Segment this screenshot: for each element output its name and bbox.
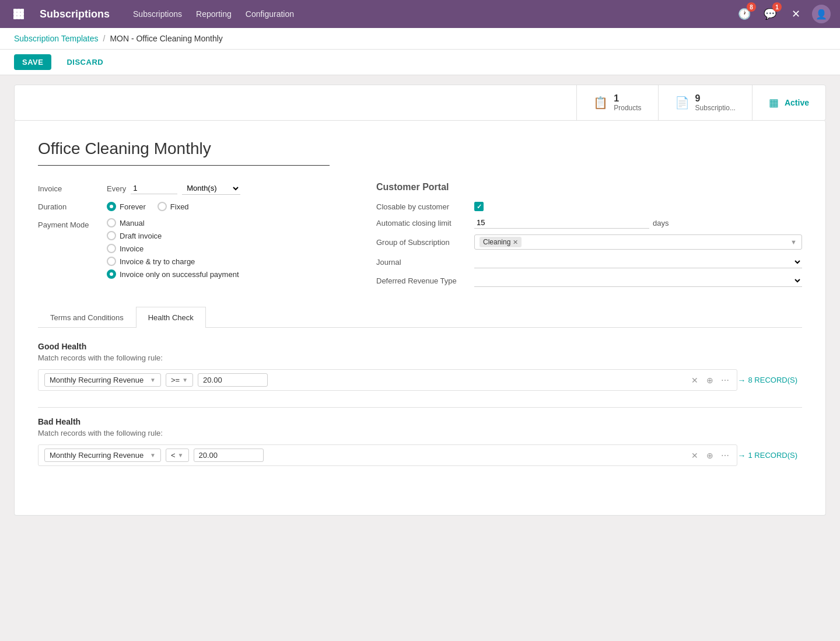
duration-fixed[interactable]: Fixed xyxy=(158,202,189,211)
payment-invoice-success[interactable]: Invoice only on successful payment xyxy=(107,269,239,279)
invoice-number-input[interactable] xyxy=(131,183,177,194)
good-health-remove[interactable]: ✕ xyxy=(689,374,701,386)
subscriptions-label: Subscriptio... xyxy=(695,104,736,112)
every-label: Every xyxy=(107,184,126,193)
invoice-radio[interactable] xyxy=(107,244,116,253)
group-tag-field[interactable]: Cleaning ✕ ▼ xyxy=(474,234,802,250)
close-icon[interactable]: ✕ xyxy=(786,5,805,23)
nav-subscriptions[interactable]: Subscriptions xyxy=(133,7,182,21)
tabs-section: Terms and Conditions Health Check Good H… xyxy=(38,307,802,496)
deferred-field: Deferred Revenue Type xyxy=(376,274,802,287)
good-health-row-container: Monthly Recurring Revenue ▼ >= ▼ 20.00 xyxy=(38,369,802,391)
invoice-label-radio: Invoice xyxy=(120,244,144,253)
good-health-operator[interactable]: >= ▼ xyxy=(166,373,193,387)
record-title: Office Cleaning Monthly xyxy=(38,139,802,182)
good-health-title: Good Health xyxy=(38,342,802,351)
draft-label: Draft invoice xyxy=(120,232,162,240)
bad-health-records-area: → 1 RECORD(S) xyxy=(737,451,802,460)
portal-title: Customer Portal xyxy=(376,182,802,192)
breadcrumb: Subscription Templates / MON - Office Cl… xyxy=(0,28,840,50)
discard-button[interactable]: DISCARD xyxy=(58,54,111,70)
invoice-try-radio[interactable] xyxy=(107,257,116,266)
manual-radio[interactable] xyxy=(107,218,116,227)
payment-invoice[interactable]: Invoice xyxy=(107,244,239,253)
invoice-success-radio[interactable] xyxy=(107,269,116,279)
save-button[interactable]: SAVE xyxy=(14,54,51,70)
bad-health-more[interactable]: ⋯ xyxy=(719,450,731,461)
app-grid-icon[interactable] xyxy=(9,5,28,23)
svg-rect-1 xyxy=(17,9,20,12)
good-health-records-count: 8 RECORD(S) xyxy=(748,376,797,384)
draft-radio[interactable] xyxy=(107,231,116,240)
tab-health-check[interactable]: Health Check xyxy=(136,307,206,328)
bad-health-arrow-icon: → xyxy=(737,451,746,460)
bad-health-title: Bad Health xyxy=(38,417,802,426)
bad-health-value-text: 20.00 xyxy=(199,451,218,460)
svg-rect-2 xyxy=(20,9,24,12)
group-label: Group of Subscription xyxy=(376,238,470,247)
nav-configuration[interactable]: Configuration xyxy=(246,7,294,21)
journal-select[interactable] xyxy=(474,255,802,268)
bad-health-subtitle: Match records with the following rule: xyxy=(38,429,802,437)
stat-products[interactable]: 📋 1 Products xyxy=(576,85,657,120)
bad-health-value[interactable]: 20.00 xyxy=(194,449,264,462)
payment-manual[interactable]: Manual xyxy=(107,218,239,227)
invoice-period-select[interactable]: Month(s) xyxy=(182,182,240,195)
bad-health-op-arrow: ▼ xyxy=(178,452,184,458)
fixed-label: Fixed xyxy=(170,202,189,211)
stat-active[interactable]: ▦ Active xyxy=(752,85,825,120)
good-health-more[interactable]: ⋯ xyxy=(719,374,731,386)
bad-health-add[interactable]: ⊕ xyxy=(704,450,716,461)
good-health-records-area: → 8 RECORD(S) xyxy=(737,376,802,385)
closable-checkbox[interactable] xyxy=(474,202,484,211)
good-health-records-link[interactable]: → 8 RECORD(S) xyxy=(737,376,797,385)
tab-terms[interactable]: Terms and Conditions xyxy=(38,307,136,328)
good-health-op-arrow: ▼ xyxy=(182,377,188,383)
good-health-add[interactable]: ⊕ xyxy=(704,374,716,386)
group-dropdown-arrow[interactable]: ▼ xyxy=(790,239,797,246)
user-avatar[interactable]: 👤 xyxy=(812,5,831,23)
svg-rect-4 xyxy=(17,12,20,16)
good-health-rule: Monthly Recurring Revenue ▼ >= ▼ 20.00 xyxy=(38,369,737,391)
notifications-icon[interactable]: 🕐 8 xyxy=(735,5,754,23)
bad-health-remove[interactable]: ✕ xyxy=(689,450,701,461)
manual-label: Manual xyxy=(120,219,145,227)
duration-forever[interactable]: Forever xyxy=(107,202,146,211)
payment-invoice-try[interactable]: Invoice & try to charge xyxy=(107,257,239,266)
auto-close-label: Automatic closing limit xyxy=(376,219,470,227)
good-health-section: Good Health Match records with the follo… xyxy=(38,342,802,391)
duration-field: Duration Forever Fixed xyxy=(38,202,341,211)
good-health-field[interactable]: Monthly Recurring Revenue ▼ xyxy=(44,373,161,387)
stat-subscriptions[interactable]: 📄 9 Subscriptio... xyxy=(658,85,752,120)
bad-health-section: Bad Health Match records with the follow… xyxy=(38,417,802,466)
notifications-badge: 8 xyxy=(747,2,756,12)
stats-bar: 📋 1 Products 📄 9 Subscriptio... ▦ Active xyxy=(14,85,826,121)
good-health-value[interactable]: 20.00 xyxy=(198,373,268,387)
forever-label: Forever xyxy=(120,202,146,211)
bad-health-operator-text: < xyxy=(171,451,176,460)
payment-mode-label: Payment Mode xyxy=(38,218,102,229)
fixed-radio[interactable] xyxy=(158,202,167,211)
bad-health-row-container: Monthly Recurring Revenue ▼ < ▼ 20.00 xyxy=(38,444,802,466)
bad-health-field[interactable]: Monthly Recurring Revenue ▼ xyxy=(44,449,161,462)
deferred-select[interactable] xyxy=(474,274,802,287)
health-divider xyxy=(38,407,802,408)
form-card: Office Cleaning Monthly Invoice Every Mo… xyxy=(14,121,826,516)
group-tag-remove[interactable]: ✕ xyxy=(513,239,518,246)
bad-health-records-link[interactable]: → 1 RECORD(S) xyxy=(737,451,797,460)
subscriptions-count: 9 xyxy=(695,93,736,104)
active-label: Active xyxy=(785,98,809,107)
svg-rect-0 xyxy=(13,9,17,12)
forever-radio[interactable] xyxy=(107,202,116,211)
nav-reporting[interactable]: Reporting xyxy=(196,7,232,21)
action-bar: SAVE DISCARD xyxy=(0,50,840,75)
payment-draft[interactable]: Draft invoice xyxy=(107,231,239,240)
messages-icon[interactable]: 💬 1 xyxy=(761,5,779,23)
group-field: Group of Subscription Cleaning ✕ ▼ xyxy=(376,234,802,250)
payment-mode-options: Manual Draft invoice Invoice Invoic xyxy=(107,218,239,279)
closable-label: Closable by customer xyxy=(376,202,470,211)
good-health-arrow-icon: → xyxy=(737,376,746,385)
breadcrumb-parent[interactable]: Subscription Templates xyxy=(14,34,98,43)
auto-close-input[interactable] xyxy=(474,217,649,229)
bad-health-operator[interactable]: < ▼ xyxy=(166,449,189,462)
